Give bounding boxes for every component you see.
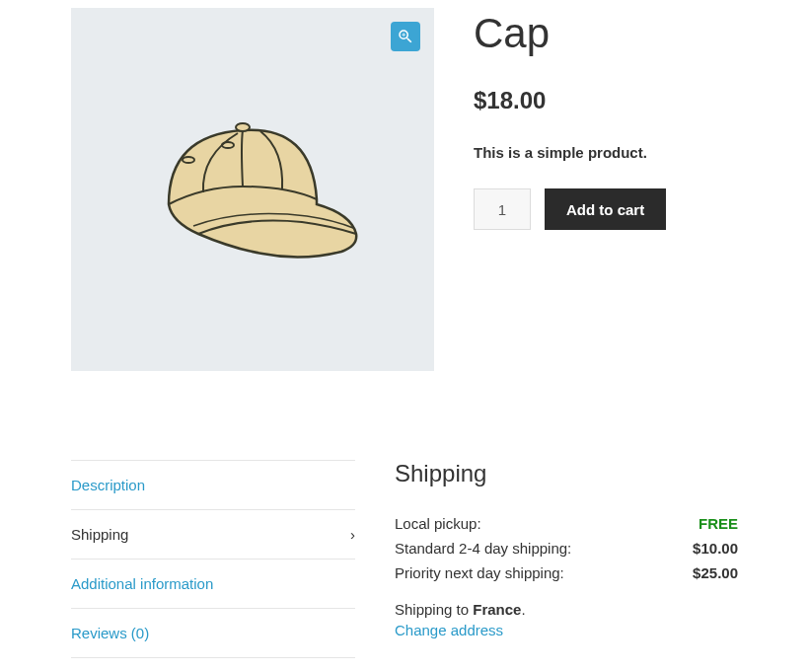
tab-shipping[interactable]: Shipping › [71, 510, 355, 560]
product-title: Cap [474, 10, 738, 57]
product-description: This is a simple product. [474, 144, 738, 161]
shipping-heading: Shipping [395, 460, 738, 487]
product-image[interactable] [71, 8, 434, 371]
product-cap-image [144, 106, 361, 273]
change-address-link[interactable]: Change address [395, 622, 503, 638]
shipping-option-price: $10.00 [693, 540, 738, 557]
product-tabs: Description Shipping › Additional inform… [71, 460, 355, 658]
shipping-option-price: FREE [699, 515, 738, 532]
add-to-cart-button[interactable]: Add to cart [545, 188, 666, 230]
tab-label: Additional information [71, 575, 213, 592]
tab-label: Description [71, 477, 145, 493]
shipping-option-label: Local pickup: [395, 515, 481, 532]
tab-label: Reviews (0) [71, 625, 149, 641]
tab-additional-information[interactable]: Additional information [71, 560, 355, 609]
product-price: $18.00 [474, 87, 738, 114]
shipping-option-row: Local pickup:FREE [395, 515, 738, 532]
shipping-option-price: $25.00 [693, 564, 738, 581]
tab-description[interactable]: Description [71, 460, 355, 510]
shipping-option-label: Priority next day shipping: [395, 564, 564, 581]
zoom-button[interactable] [391, 22, 420, 51]
quantity-input[interactable] [474, 188, 531, 230]
tab-label: Shipping [71, 526, 128, 543]
shipping-panel: Shipping Local pickup:FREEStandard 2-4 d… [395, 460, 738, 658]
shipping-option-label: Standard 2-4 day shipping: [395, 540, 571, 557]
svg-point-2 [236, 123, 250, 131]
chevron-right-icon: › [350, 526, 355, 543]
shipping-option-row: Standard 2-4 day shipping:$10.00 [395, 540, 738, 557]
zoom-icon [397, 28, 414, 45]
shipping-option-row: Priority next day shipping:$25.00 [395, 564, 738, 581]
shipping-destination: Shipping to France. [395, 601, 738, 618]
tab-reviews[interactable]: Reviews (0) [71, 609, 355, 658]
